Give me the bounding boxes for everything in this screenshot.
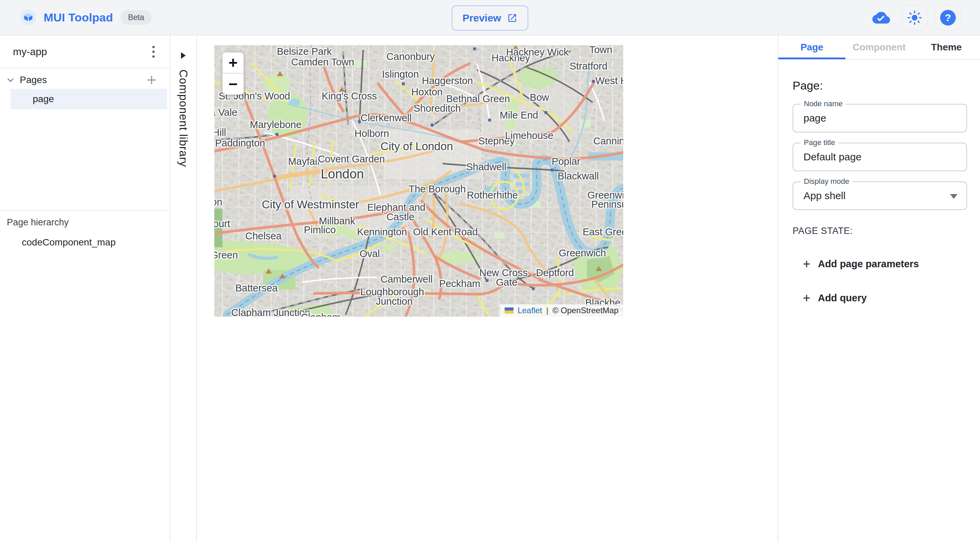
add-query-button[interactable]: +Add query	[792, 292, 867, 304]
field-input[interactable]	[793, 182, 966, 209]
action-label: Add page parameters	[818, 258, 919, 269]
app-header: MUI Toolpad Beta Preview	[0, 0, 980, 35]
page-state-heading: PAGE STATE:	[792, 226, 967, 236]
hierarchy-item-codecomponent-map[interactable]: codeComponent_map	[22, 237, 116, 248]
pages-section-label: Pages	[20, 74, 47, 86]
toolpad-logo-icon	[21, 10, 36, 25]
plus-icon	[146, 74, 158, 86]
inspector-tabs: PageComponentTheme	[778, 35, 980, 60]
project-row: my-app	[0, 35, 170, 68]
field-label: Display mode	[801, 177, 852, 186]
open-in-new-icon	[508, 13, 518, 23]
component-library-panel[interactable]: Component library	[170, 35, 197, 542]
sync-status-button[interactable]	[868, 5, 894, 31]
header-actions: ?	[868, 0, 961, 35]
field-label: Node name	[801, 100, 846, 108]
node-name-field[interactable]: Node name	[792, 104, 967, 132]
field-label: Page title	[801, 138, 838, 147]
app-title: MUI Toolpad	[44, 11, 113, 24]
page-title-field[interactable]: Page title	[792, 143, 967, 171]
ukraine-flag-icon	[505, 307, 514, 314]
divider	[0, 68, 170, 68]
help-icon: ?	[940, 10, 956, 25]
attribution-separator: |	[546, 306, 548, 315]
light-mode-icon	[907, 10, 922, 25]
preview-button-label: Preview	[462, 12, 501, 24]
plus-icon: +	[803, 292, 810, 304]
zoom-out-button[interactable]: −	[223, 73, 243, 95]
zoom-in-button[interactable]: +	[223, 52, 243, 73]
page-item-label: page	[33, 94, 54, 105]
sidebar-page-item[interactable]: page	[11, 89, 167, 109]
divider	[0, 211, 170, 211]
explorer-sidebar: my-app Pages page Page hierarchy codeCom…	[0, 35, 170, 542]
theme-toggle-button[interactable]	[902, 5, 928, 31]
preview-button[interactable]: Preview	[452, 5, 528, 31]
page-heading: Page:	[792, 79, 967, 92]
project-menu-button[interactable]	[149, 42, 158, 61]
field-input[interactable]	[793, 105, 966, 132]
active-tab-indicator	[778, 57, 845, 59]
beta-badge: Beta	[121, 10, 152, 25]
project-name: my-app	[13, 46, 47, 57]
pages-section-header: Pages	[0, 70, 170, 90]
display-mode-field[interactable]: Display mode	[792, 181, 967, 210]
osm-attribution: © OpenStreetMap	[552, 306, 619, 315]
leaflet-link[interactable]: Leaflet	[518, 306, 542, 315]
toolpad-editor: MUI Toolpad Beta Preview	[0, 0, 980, 542]
map-zoom-control: + −	[223, 52, 243, 95]
inspector-panel: PageComponentTheme Page: Node namePage t…	[778, 35, 980, 542]
map-attribution: Leaflet | © OpenStreetMap	[500, 304, 623, 317]
chevron-down-icon[interactable]	[5, 75, 16, 85]
tab-page[interactable]: Page	[778, 35, 845, 59]
page-hierarchy-title: Page hierarchy	[7, 217, 69, 228]
dropdown-caret-icon	[950, 194, 958, 199]
plus-icon: +	[803, 257, 810, 270]
cloud-done-icon	[872, 9, 890, 27]
help-button[interactable]: ?	[935, 5, 961, 31]
page-state-actions: +Add page parameters+Add query	[792, 257, 967, 304]
add-page-parameters-button[interactable]: +Add page parameters	[792, 257, 919, 270]
map-component[interactable]: Belsize ParkCamden TownCanonburyHackneyH…	[214, 45, 623, 317]
field-input[interactable]	[793, 143, 966, 171]
add-page-button[interactable]	[144, 72, 159, 88]
expand-right-icon[interactable]	[180, 52, 186, 60]
page-canvas: Belsize ParkCamden TownCanonburyHackneyH…	[197, 35, 778, 542]
inspector-content: Page: Node namePage titleDisplay mode PA…	[778, 79, 980, 304]
tab-theme[interactable]: Theme	[913, 35, 980, 59]
page-fields: Node namePage titleDisplay mode	[792, 104, 967, 210]
component-library-label: Component library	[177, 70, 190, 167]
action-label: Add query	[818, 292, 867, 304]
tab-component[interactable]: Component	[845, 35, 913, 59]
